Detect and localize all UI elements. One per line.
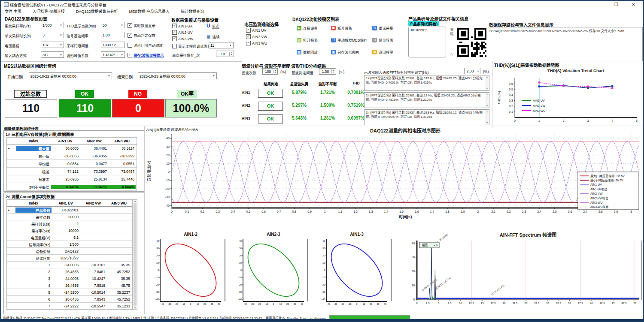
svg-text:2.6: 2.6	[568, 210, 572, 213]
svg-text:0.4: 0.4	[509, 93, 513, 96]
menu-item-daq[interactable]: DAQ122数据采集与分析	[76, 9, 118, 14]
table-row[interactable]: 平均值0.03540.04770.0551	[7, 160, 137, 168]
daq-row-value-1[interactable]: AC▼	[41, 51, 64, 58]
table-row[interactable]: 采样率(S/s)10000	[7, 227, 132, 234]
monitor-channel-checkbox[interactable]: ✓AIN3 WU	[246, 41, 267, 45]
monitor-channel-checkbox[interactable]: ✓AIN2 VW	[246, 34, 267, 39]
table-header-row: IndexAIN1 UVAIN2 VWAIN3 WU	[7, 200, 132, 207]
table-row[interactable]: 7-24.2222-10.554735.1233	[7, 303, 132, 310]
scroll-thumb[interactable]	[134, 203, 137, 306]
reset-icon: ↺	[372, 38, 377, 42]
table-row[interactable]: 采样时长(s)2	[7, 220, 132, 227]
close-icon[interactable]: ✕	[632, 2, 635, 7]
count-table-scrollbar[interactable]: ▲ ▼	[133, 199, 137, 310]
table-row[interactable]: 极差74.12273.399773.0497	[7, 168, 137, 175]
log-entry-2[interactable]: 2#-[FFT谐波分析] 采样点数:25991, 基波:13 Hz, 幅值:23…	[364, 92, 489, 108]
svg-text:-40: -40	[238, 298, 242, 301]
savepath-box: D:\DAQ122\TestData\2025\10\22\J01022011-…	[488, 27, 643, 61]
restore-icon[interactable]: ❐	[614, 2, 618, 7]
svg-text:30: 30	[293, 303, 296, 305]
menu-item-guide[interactable]: 入门指导·仪器连接	[33, 9, 65, 14]
daq-option-checkbox[interactable]: ✓实时数据显示	[128, 23, 155, 28]
exit-button[interactable]: ✖退出程序	[372, 49, 393, 54]
scroll-down-icon[interactable]: ▼	[486, 87, 488, 91]
table-row[interactable]: 3-24.0005-10.424735.35	[7, 275, 132, 282]
scroll-down-icon[interactable]: ▼	[486, 104, 488, 108]
acq-channel-checkbox[interactable]: ✓AIN1-UA	[172, 24, 193, 28]
svg-text:0: 0	[514, 119, 516, 122]
daq-row-value-1[interactable]: 1/500▼	[41, 22, 64, 28]
reset-button[interactable]: ↺复位界面	[372, 37, 393, 42]
acq-count-combo[interactable]: 11▼	[209, 42, 234, 48]
scroll-up-icon[interactable]: ▲	[486, 110, 488, 114]
scroll-down-icon[interactable]: ▼	[486, 121, 488, 125]
thd-judge-box: OK	[258, 114, 283, 123]
menu-item-home[interactable]: 文件·主页	[5, 9, 21, 14]
continuous-acq-button[interactable]: ▦ 连续	[207, 34, 219, 39]
daq-row-value-2[interactable]: 1.41421▼	[101, 51, 125, 58]
table-row[interactable]: 最小值-36.6055-36.4355-36.5299	[7, 152, 137, 160]
scroll-up-icon[interactable]: ▲	[134, 200, 136, 202]
monitor-channel-checkbox[interactable]: ✓AIN1 UV	[246, 28, 266, 33]
disconnect-button[interactable]: ✱断开设备	[331, 25, 352, 30]
svg-text:4: 4	[611, 119, 613, 122]
table-row[interactable]: 426.46557.881845.75	[7, 282, 132, 289]
table-row[interactable]: 3相不平衡度0.342%0.342%-0.664%	[7, 183, 137, 191]
table-row[interactable]: 1-24.0005-10.310135.35	[7, 262, 132, 268]
daq-row-value-2[interactable]: 50▼	[101, 22, 125, 28]
debug-panel-checkbox[interactable]: 显示工程师调试面板	[172, 43, 211, 48]
table-row[interactable]: 626.64557.854345.7252	[7, 296, 132, 303]
table-row[interactable]: 226.46557.846145.7252	[7, 268, 132, 275]
acq-channel-checkbox[interactable]: ✓AIN2-UV	[172, 30, 193, 35]
scroll-up-icon[interactable]: ▲	[486, 75, 488, 80]
thd-row-channel: AIN3	[242, 116, 250, 120]
single-acq-button[interactable]: U 单次	[207, 23, 219, 29]
table-row[interactable]: 设备型号DAQ122	[7, 248, 132, 255]
daq-option-checkbox[interactable]: ✓自动判定保存	[128, 33, 155, 38]
table-row[interactable]: 采样点数50000	[7, 214, 132, 220]
daq-option-checkbox[interactable]: 波形门限自动缩放	[128, 42, 163, 48]
table-row[interactable]: 电压量程(V)5.1	[7, 234, 132, 241]
table-row[interactable]: ▸最大值36.600536.446136.5114	[7, 144, 137, 152]
svg-text:0.7: 0.7	[277, 210, 281, 213]
plug-button[interactable]: ▶连接设备	[297, 25, 318, 30]
menu-item-stats[interactable]: 统计数据查询	[181, 9, 204, 14]
table-row[interactable]: 5-24.5200-10.501435.2237	[7, 289, 132, 296]
svg-text:12.5: 12.5	[469, 302, 474, 304]
report-button[interactable]: ▤打开报表	[297, 37, 318, 42]
log-entry-3[interactable]: 3#-[FFT谐波分析] 采样点数:25937, 基波:533 Hz, 幅值:2…	[364, 109, 489, 125]
table-row[interactable]: ▸产品条码J01022011	[7, 207, 132, 214]
acq-channel-checkbox[interactable]: ✓AIN3-VW	[172, 36, 193, 41]
svg-text:10: 10	[196, 303, 199, 305]
mes-button[interactable]: ❐手动触发MES保存	[331, 37, 367, 42]
daq-row-value-2[interactable]: 1900.12	[101, 42, 125, 48]
svg-text:0: 0	[416, 302, 418, 304]
start-date-picker[interactable]: 2025-10-22 星期三 00:00:00▼	[29, 72, 112, 79]
daq-row-value-2[interactable]: 1.00	[101, 32, 125, 38]
replay-button[interactable]: ▦数据回放	[297, 49, 318, 54]
daq-option-checkbox[interactable]: ✓保存:波形过程显示	[128, 52, 164, 57]
svg-text:0.5: 0.5	[509, 88, 513, 91]
svg-text:20: 20	[286, 303, 289, 305]
scroll-up-icon[interactable]: ▲	[486, 93, 488, 97]
fft-resolution-spinner[interactable]: 2.38▲▼	[464, 68, 480, 74]
harmonic-count-spinner[interactable]: 100▲▼	[262, 68, 278, 75]
daq-row-value-1[interactable]: 10x▼	[41, 42, 64, 48]
scroll-down-icon[interactable]: ▼	[134, 307, 136, 309]
log-entry-1[interactable]: 1#-[FFT谐波分析] 采样点数:25991, 基波:315 Hz, 幅值:2…	[364, 75, 489, 91]
save-times-spinner[interactable]: 10▲▼	[216, 51, 234, 57]
table-row[interactable]: 信号频率(Hz)1/500	[7, 241, 132, 248]
table-row[interactable]: 标准差25.695625.813425.7446	[7, 175, 137, 183]
end-date-picker[interactable]: 2025-10-23 星期四 00:00:00▼	[138, 72, 217, 79]
menu-item-mes[interactable]: MES数据·产品信息录入	[129, 9, 170, 14]
daq-row-value-1[interactable]: 3▼	[41, 32, 64, 38]
svg-text:1.3: 1.3	[369, 210, 373, 213]
savepic-button[interactable]: ▣另存波形图片	[331, 49, 359, 54]
waveform-chart: DAQ122测量的两相电压时序图形变化电压(V)-40-30-20-100102…	[145, 127, 644, 229]
svg-text:-40: -40	[327, 303, 330, 305]
printer-icon[interactable]: ⎙	[450, 53, 453, 57]
table-row[interactable]: 测试日期2025/10/22	[7, 255, 132, 262]
retry-button[interactable]: ↻重试采集	[372, 25, 393, 30]
fund-threshold-spinner[interactable]: 1.00▲▼	[319, 68, 336, 75]
barcode-input[interactable]: J01022011	[408, 27, 446, 57]
